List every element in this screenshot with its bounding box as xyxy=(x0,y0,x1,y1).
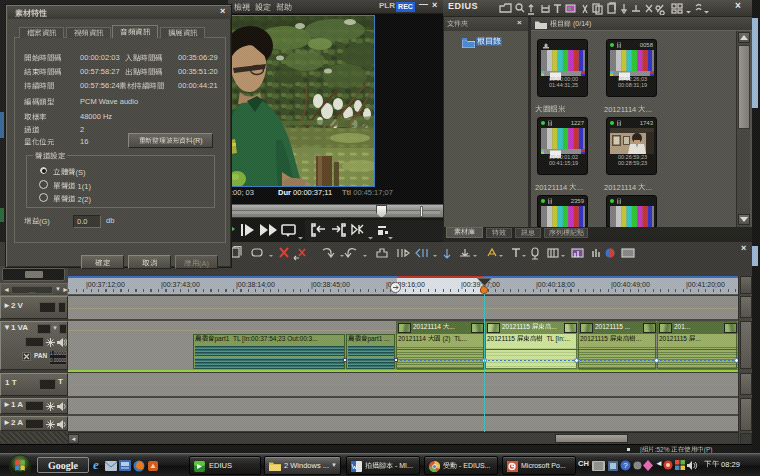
svg-text:?: ? xyxy=(623,461,628,470)
